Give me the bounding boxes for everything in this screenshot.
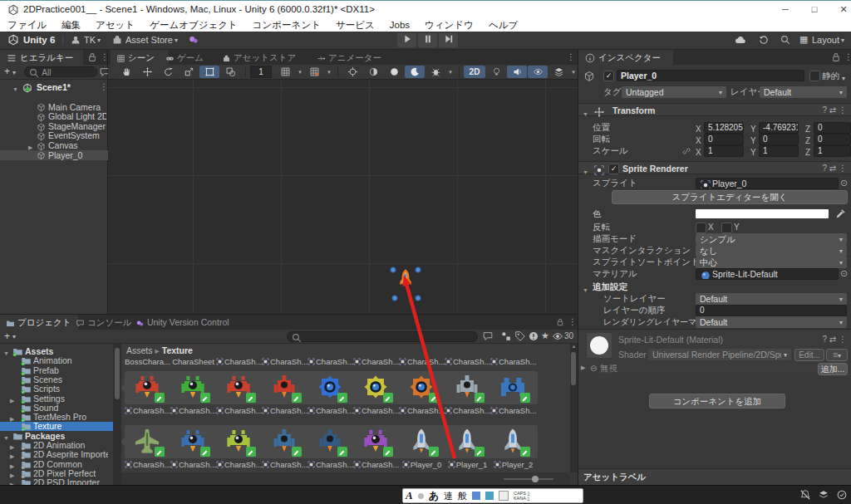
asset-label[interactable]: CharaSh...: [216, 406, 262, 415]
asset-label[interactable]: CharaSh...: [262, 357, 307, 366]
undo-history-icon[interactable]: [758, 34, 770, 46]
hierarchy-item-eventsystem[interactable]: EventSystem: [0, 130, 108, 140]
menu-assets[interactable]: アセット: [88, 18, 142, 32]
transform-scale-x-field[interactable]: 1: [704, 145, 744, 157]
ime-conversion[interactable]: 連: [444, 490, 453, 502]
static-caret[interactable]: ▾: [842, 72, 845, 85]
sorting-layer-dropdown[interactable]: Default▾: [696, 293, 847, 305]
asset-label[interactable]: BossChara...: [125, 357, 170, 366]
account-caret[interactable]: ▾: [97, 37, 101, 44]
create-button[interactable]: +: [4, 66, 10, 77]
sprite-asset-charash-[interactable]: [445, 371, 490, 404]
grid-snapping-caret[interactable]: ▾: [296, 66, 304, 78]
asset-label[interactable]: CharaSh...: [262, 406, 307, 415]
sort-point-dropdown[interactable]: 中心▾: [696, 257, 847, 268]
transform-scale-y-field[interactable]: 1: [759, 145, 799, 157]
layout-caret[interactable]: ▾: [841, 37, 844, 44]
sprite-asset-charash-[interactable]: [170, 425, 216, 458]
search-icon[interactable]: [780, 34, 791, 46]
material-foldout-arrow[interactable]: ▶: [581, 365, 585, 371]
transform-scale-z-field[interactable]: 1: [814, 145, 851, 157]
search-by-type-icon[interactable]: [482, 330, 494, 342]
background-tasks-icon[interactable]: [836, 489, 848, 501]
sprite-asset-charash-[interactable]: [353, 371, 399, 404]
play-button[interactable]: [397, 33, 416, 47]
favorites-icon[interactable]: ★: [541, 330, 549, 341]
debug-draw-mode-button[interactable]: [426, 66, 445, 78]
project-tree-item-2d-common[interactable]: ▶2D Common: [0, 460, 113, 469]
sprite-asset-charash-[interactable]: [307, 425, 353, 458]
sprite-asset-charash-[interactable]: [490, 371, 536, 404]
project-tree-item-scripts[interactable]: Scripts: [0, 384, 113, 394]
ime-toolbar[interactable]: Aあ連般CAPS ▯KANA ▯: [402, 488, 583, 503]
tool-handle-rotation-button[interactable]: [363, 66, 383, 78]
presets-icon[interactable]: ⇄: [829, 335, 836, 344]
hierarchy-search-input[interactable]: All: [24, 66, 97, 77]
create-asset-caret[interactable]: ▾: [12, 333, 16, 340]
tab-unity-version-control[interactable]: Unity Version Control: [130, 315, 248, 330]
2d-mode-button[interactable]: 2D: [464, 66, 485, 78]
layer-dropdown[interactable]: Default▾: [760, 86, 847, 98]
project-tree-item-2d-animation[interactable]: ▶2D Animation: [0, 441, 113, 450]
cloud-icon[interactable]: [735, 34, 746, 46]
shaded-mode-button[interactable]: [384, 66, 404, 78]
sprite-asset-charash-[interactable]: [216, 425, 262, 458]
component-menu-icon[interactable]: ⋮: [839, 164, 847, 173]
account-icon[interactable]: [70, 34, 81, 46]
project-tree-item-scenes[interactable]: Scenes: [0, 375, 113, 384]
asset-label[interactable]: CharaSh...: [307, 406, 353, 415]
additional-settings-header[interactable]: ▼ 追加設定: [578, 281, 851, 293]
transform-tool-button[interactable]: [220, 66, 240, 78]
gameobject-cube-icon[interactable]: [583, 70, 595, 82]
sprite-asset-charash-[interactable]: [170, 371, 216, 404]
rect-tool-button[interactable]: [199, 66, 219, 78]
hidden-count-icon[interactable]: [552, 330, 563, 342]
account-label[interactable]: TK: [84, 35, 96, 45]
sprite-asset-player-0[interactable]: [399, 425, 445, 458]
project-tree-item-assets[interactable]: ▼Assets: [0, 347, 113, 356]
component-enabled-checkbox[interactable]: ✓: [608, 164, 619, 174]
project-tree-item-sound[interactable]: Sound: [0, 404, 113, 413]
asset-label[interactable]: CharaSh...: [399, 357, 445, 366]
asset-label[interactable]: CharaSh...: [445, 357, 490, 366]
lock-icon[interactable]: [830, 51, 842, 63]
active-checkbox[interactable]: ✓: [603, 71, 614, 81]
draw-mode-dropdown[interactable]: シンプル▾: [696, 233, 847, 245]
eyedropper-icon[interactable]: [834, 208, 846, 220]
zoom-slider[interactable]: [504, 478, 553, 480]
asset-label[interactable]: Player_2: [490, 460, 536, 469]
tab-animator[interactable]: アニメーター: [311, 50, 406, 65]
handle-top-left[interactable]: [391, 267, 396, 272]
scene-menu-icon[interactable]: ⋮: [100, 82, 108, 92]
hierarchy-scene-row[interactable]: ▼Scene1*⋮: [0, 82, 108, 92]
order-in-layer-field[interactable]: 0: [696, 305, 847, 316]
grid-visibility-button[interactable]: [304, 66, 324, 78]
sprite-asset-player-1[interactable]: [445, 425, 490, 458]
version-control-icon[interactable]: [188, 34, 199, 46]
transform-rotation-z-field[interactable]: 0: [814, 134, 851, 145]
project-search-input[interactable]: [287, 331, 478, 342]
add-component-button[interactable]: コンポーネントを追加: [649, 394, 785, 409]
ime-dictionary-icon[interactable]: [472, 492, 480, 500]
shader-menu-button[interactable]: ≡▾: [826, 349, 848, 361]
asset-label[interactable]: CharaSh...: [170, 460, 216, 469]
presets-icon[interactable]: ⇄: [829, 105, 836, 115]
step-button[interactable]: [439, 33, 458, 47]
hierarchy-item-main-camera[interactable]: Main Camera: [0, 102, 108, 112]
maximize-button[interactable]: □: [800, 1, 829, 19]
tab-asset-store[interactable]: アセットストア: [216, 50, 319, 65]
transform-rotation-y-field[interactable]: 0: [759, 134, 799, 145]
move-tool-button[interactable]: [137, 66, 157, 78]
object-picker-icon[interactable]: ⊙: [840, 267, 848, 280]
zoom-slider-knob[interactable]: [532, 476, 539, 482]
grid-size-field[interactable]: 1: [250, 66, 272, 78]
grid-scrollbar[interactable]: ▲: [570, 344, 578, 472]
component-menu-icon[interactable]: ⋮: [839, 335, 847, 344]
component-menu-icon[interactable]: ⋮: [839, 105, 847, 115]
material-object-field[interactable]: Sprite-Lit-Default: [696, 268, 839, 280]
name-field[interactable]: Player_0: [617, 70, 804, 81]
project-tree-item-2d-pixel-perfect[interactable]: ▶2D Pixel Perfect: [0, 469, 113, 478]
asset-label[interactable]: CharaSh...: [307, 357, 353, 366]
debug-draw-mode-caret[interactable]: ▾: [446, 66, 455, 78]
breadcrumb-current[interactable]: Texture: [162, 345, 193, 355]
